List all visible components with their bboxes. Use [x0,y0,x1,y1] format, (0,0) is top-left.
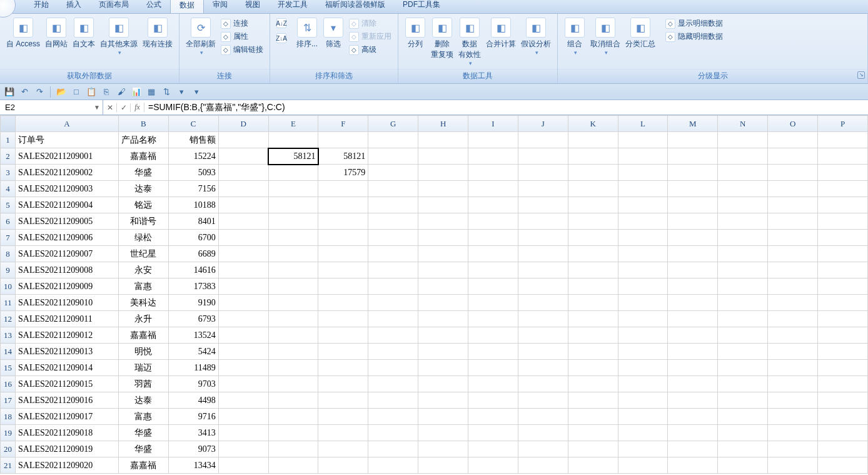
cell-F16[interactable] [318,376,368,392]
cell-F15[interactable] [318,360,368,376]
tab-9[interactable]: PDF工具集 [394,0,449,13]
cell-I18[interactable] [468,409,518,425]
cell-N11[interactable] [718,295,768,311]
cell-H3[interactable] [418,165,468,181]
cell-A21[interactable]: SALES20211209020 [15,457,118,474]
cell-K5[interactable] [568,197,618,213]
new-icon[interactable]: □ [71,86,82,98]
cell-B4[interactable]: 达泰 [118,181,168,197]
col-header-D[interactable]: D [218,116,268,132]
cell-L6[interactable] [618,213,668,230]
cell-O4[interactable] [768,181,818,197]
cell-F8[interactable] [318,246,368,262]
cell-M13[interactable] [668,327,718,344]
cell-E21[interactable] [268,457,318,474]
cell-B15[interactable]: 瑞迈 [118,360,168,376]
cell-N12[interactable] [718,311,768,327]
cell-J7[interactable] [518,230,568,246]
cell-M12[interactable] [668,311,718,327]
cell-L16[interactable] [618,376,668,392]
cell-M11[interactable] [668,295,718,311]
cell-D19[interactable] [218,425,268,441]
row-header[interactable]: 8 [1,246,16,262]
cell-L13[interactable] [618,327,668,344]
cell-H4[interactable] [418,181,468,197]
table-icon[interactable]: ▦ [146,86,157,98]
undo-icon[interactable]: ↶ [19,86,30,98]
cell-D17[interactable] [218,392,268,409]
cell-B17[interactable]: 达泰 [118,392,168,409]
cell-L17[interactable] [618,392,668,409]
cell-L8[interactable] [618,246,668,262]
sort-button[interactable]: ⇅ 排序... [294,16,320,51]
cell-B12[interactable]: 永升 [118,311,168,327]
cell-G1[interactable] [368,132,418,148]
cell-F3[interactable]: 17579 [318,165,368,181]
cell-O11[interactable] [768,295,818,311]
cell-H9[interactable] [418,262,468,278]
cell-A14[interactable]: SALES20211209013 [15,344,118,360]
cell-K6[interactable] [568,213,618,230]
cell-G21[interactable] [368,457,418,474]
cell-F10[interactable] [318,278,368,295]
cell-C15[interactable]: 11489 [168,360,218,376]
cell-M2[interactable] [668,148,718,165]
cell-I17[interactable] [468,392,518,409]
cell-J14[interactable] [518,344,568,360]
fx-icon[interactable]: fx [131,103,144,112]
cell-J21[interactable] [518,457,568,474]
row-header[interactable]: 5 [1,197,16,213]
cell-G13[interactable] [368,327,418,344]
cell-C13[interactable]: 13524 [168,327,218,344]
cell-I13[interactable] [468,327,518,344]
cell-K18[interactable] [568,409,618,425]
cell-O21[interactable] [768,457,818,474]
cell-A5[interactable]: SALES20211209004 [15,197,118,213]
cell-B18[interactable]: 富惠 [118,409,168,425]
cell-O6[interactable] [768,213,818,230]
cell-L21[interactable] [618,457,668,474]
cell-L12[interactable] [618,311,668,327]
cell-I5[interactable] [468,197,518,213]
cell-M14[interactable] [668,344,718,360]
cell-N16[interactable] [718,376,768,392]
cell-E20[interactable] [268,441,318,457]
cell-H14[interactable] [418,344,468,360]
cell-A9[interactable]: SALES20211209008 [15,262,118,278]
cell-K8[interactable] [568,246,618,262]
sort-asc-button[interactable]: A↓Z [274,18,291,29]
cell-L9[interactable] [618,262,668,278]
cell-I7[interactable] [468,230,518,246]
tab-7[interactable]: 开发工具 [269,0,316,13]
cell-D9[interactable] [218,262,268,278]
cell-H13[interactable] [418,327,468,344]
dialog-launcher-icon[interactable]: ↘ [857,71,865,79]
cell-G11[interactable] [368,295,418,311]
cell-A15[interactable]: SALES20211209014 [15,360,118,376]
tab-1[interactable]: 插入 [58,0,90,13]
row-header[interactable]: 13 [1,327,16,344]
cell-P2[interactable] [818,148,868,165]
row-header[interactable]: 3 [1,165,16,181]
cell-O3[interactable] [768,165,818,181]
cell-K13[interactable] [568,327,618,344]
cell-K19[interactable] [568,425,618,441]
tab-5[interactable]: 审阅 [204,0,236,13]
cell-C11[interactable]: 9190 [168,295,218,311]
cell-D1[interactable] [218,132,268,148]
open-icon[interactable]: 📂 [56,86,67,98]
row-header[interactable]: 7 [1,230,16,246]
cell-H19[interactable] [418,425,468,441]
cell-H12[interactable] [418,311,468,327]
cell-C18[interactable]: 9716 [168,409,218,425]
cell-N10[interactable] [718,278,768,295]
ungroup-button[interactable]: ◧取消组合 [588,16,623,57]
show-detail-button[interactable]: ◇显示明细数据 [663,18,725,29]
cell-J10[interactable] [518,278,568,295]
cell-D18[interactable] [218,409,268,425]
cell-L5[interactable] [618,197,668,213]
cell-A18[interactable]: SALES20211209017 [15,409,118,425]
from-other-button[interactable]: ◧自其他来源 [98,16,140,57]
cell-N20[interactable] [718,441,768,457]
cell-M6[interactable] [668,213,718,230]
